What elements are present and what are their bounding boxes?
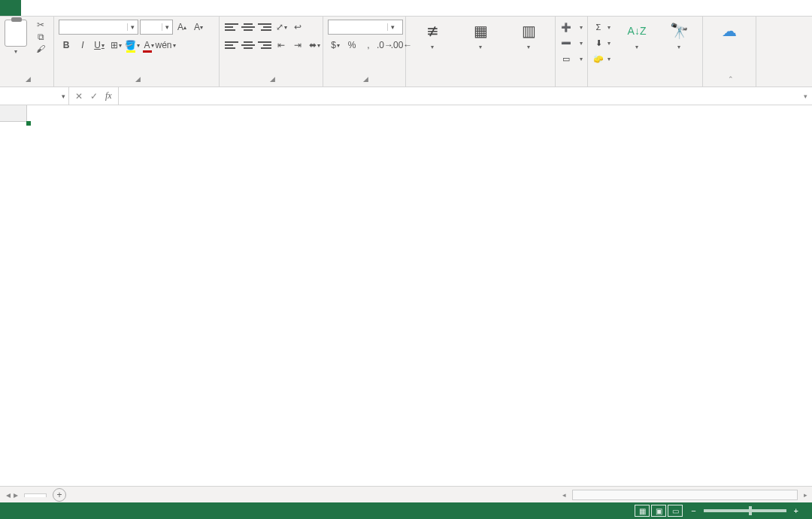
align-bottom-button[interactable] xyxy=(257,20,272,35)
increase-font-icon[interactable]: A▴ xyxy=(174,20,189,35)
cancel-formula-icon[interactable]: ✕ xyxy=(75,91,83,102)
fx-icon[interactable]: fx xyxy=(105,90,112,102)
accept-formula-icon[interactable]: ✓ xyxy=(90,91,98,102)
tab-nav-next-icon[interactable]: ▸ xyxy=(14,490,18,500)
align-left-button[interactable] xyxy=(224,38,239,53)
delete-icon: ➖ xyxy=(560,38,572,48)
sort-filter-button[interactable]: A↓Z▾ xyxy=(618,20,656,50)
formula-bar: ▾ ✕ ✓ fx ▾ xyxy=(0,87,812,105)
copy-icon[interactable]: ⧉ xyxy=(35,32,47,42)
merge-button[interactable]: ⬌▾ xyxy=(307,38,322,53)
view-page-layout-button[interactable]: ▣ xyxy=(651,505,666,517)
comma-button[interactable]: , xyxy=(361,38,376,53)
align-right-button[interactable] xyxy=(257,38,272,53)
underline-button[interactable]: U▾ xyxy=(92,38,107,53)
zoom-out-button[interactable]: − xyxy=(691,506,695,515)
conditional-format-button[interactable]: ≢▾ xyxy=(411,20,454,50)
sheet-tab[interactable] xyxy=(24,493,47,497)
font-color-button[interactable]: A▾ xyxy=(141,38,156,53)
format-cells-button[interactable]: ▭▾ xyxy=(560,51,583,66)
clipboard-icon xyxy=(5,20,27,47)
table-format-icon: ▦ xyxy=(469,20,492,42)
sort-icon: A↓Z xyxy=(626,20,648,42)
select-all-corner[interactable] xyxy=(0,105,27,122)
status-bar: ▦ ▣ ▭ − + xyxy=(0,502,812,519)
number-format-combo[interactable]: ▾ xyxy=(328,20,403,35)
insert-icon: ➕ xyxy=(560,23,572,32)
decrease-indent-button[interactable]: ⇤ xyxy=(274,38,289,53)
font-name-combo[interactable]: ▾ xyxy=(59,20,138,35)
table-format-button[interactable]: ▦▾ xyxy=(459,20,502,50)
fill-down-icon: ⬇ xyxy=(592,38,604,48)
phonetic-button[interactable]: wén▾ xyxy=(158,38,173,53)
zoom-in-button[interactable]: + xyxy=(794,506,798,515)
percent-button[interactable]: % xyxy=(344,38,359,53)
fill-color-button[interactable]: 🪣▾ xyxy=(125,38,140,53)
cut-icon[interactable]: ✂ xyxy=(35,20,47,30)
align-top-button[interactable] xyxy=(224,20,239,35)
cell-style-icon: ▥ xyxy=(517,20,540,42)
cell-reference-input[interactable] xyxy=(3,92,48,101)
dialog-launcher-icon[interactable]: ◢ xyxy=(363,75,368,83)
delete-cells-button[interactable]: ➖▾ xyxy=(560,35,583,50)
menu-file[interactable] xyxy=(0,0,21,16)
cloud-icon: ☁ xyxy=(718,20,741,42)
orientation-button[interactable]: ⤢▾ xyxy=(274,20,289,35)
paste-button[interactable]: ▾ xyxy=(5,20,27,55)
eraser-icon: 🧽 xyxy=(592,54,604,64)
insert-cells-button[interactable]: ➕▾ xyxy=(560,20,583,35)
sheet-tab-bar: ◂ ▸ + ◂ ▸ xyxy=(0,486,812,502)
wrap-text-button[interactable]: ↩ xyxy=(290,20,305,35)
name-box[interactable]: ▾ xyxy=(0,87,69,105)
sigma-icon: Σ xyxy=(592,23,604,32)
horizontal-scrollbar[interactable] xyxy=(572,490,798,500)
decrease-font-icon[interactable]: A▾ xyxy=(191,20,206,35)
dialog-launcher-icon[interactable]: ◢ xyxy=(26,75,31,83)
binoculars-icon: 🔭 xyxy=(668,20,690,42)
align-center-button[interactable] xyxy=(241,38,256,53)
format-painter-icon[interactable]: 🖌 xyxy=(35,44,47,54)
font-size-combo[interactable]: ▾ xyxy=(140,20,173,35)
view-normal-button[interactable]: ▦ xyxy=(635,505,650,517)
bold-button[interactable]: B xyxy=(59,38,74,53)
hscroll-left-icon[interactable]: ◂ xyxy=(562,491,566,499)
dialog-launcher-icon[interactable]: ◢ xyxy=(135,75,141,83)
menu-bar xyxy=(0,0,812,17)
border-button[interactable]: ⊞▾ xyxy=(108,38,123,53)
align-middle-button[interactable] xyxy=(241,20,256,35)
ribbon-collapse-icon[interactable]: ⌃ xyxy=(728,75,734,83)
increase-indent-button[interactable]: ⇥ xyxy=(290,38,305,53)
expand-formula-bar-icon[interactable]: ▾ xyxy=(799,93,812,100)
currency-button[interactable]: $▾ xyxy=(328,38,343,53)
zoom-slider[interactable] xyxy=(704,509,786,512)
formula-input[interactable] xyxy=(119,91,799,102)
hscroll-right-icon[interactable]: ▸ xyxy=(804,491,807,499)
login-link[interactable] xyxy=(800,0,812,16)
view-page-break-button[interactable]: ▭ xyxy=(668,505,683,517)
autosum-button[interactable]: Σ▾ xyxy=(592,20,611,35)
add-sheet-button[interactable]: + xyxy=(53,488,66,502)
italic-button[interactable]: I xyxy=(75,38,90,53)
find-select-button[interactable]: 🔭▾ xyxy=(660,20,698,50)
dialog-launcher-icon[interactable]: ◢ xyxy=(270,75,275,83)
format-icon: ▭ xyxy=(560,54,572,64)
conditional-format-icon: ≢ xyxy=(421,20,444,42)
tab-nav-prev-icon[interactable]: ◂ xyxy=(6,490,11,500)
fill-button[interactable]: ⬇▾ xyxy=(592,35,611,50)
cell-style-button[interactable]: ▥▾ xyxy=(507,20,550,50)
ribbon: ▾ ✂ ⧉ 🖌 ◢ ▾ ▾ A▴ A▾ B I U▾ xyxy=(0,17,812,87)
save-to-cloud-button[interactable]: ☁ xyxy=(707,20,751,44)
clear-button[interactable]: 🧽▾ xyxy=(592,51,611,66)
spreadsheet-grid[interactable] xyxy=(0,105,812,486)
